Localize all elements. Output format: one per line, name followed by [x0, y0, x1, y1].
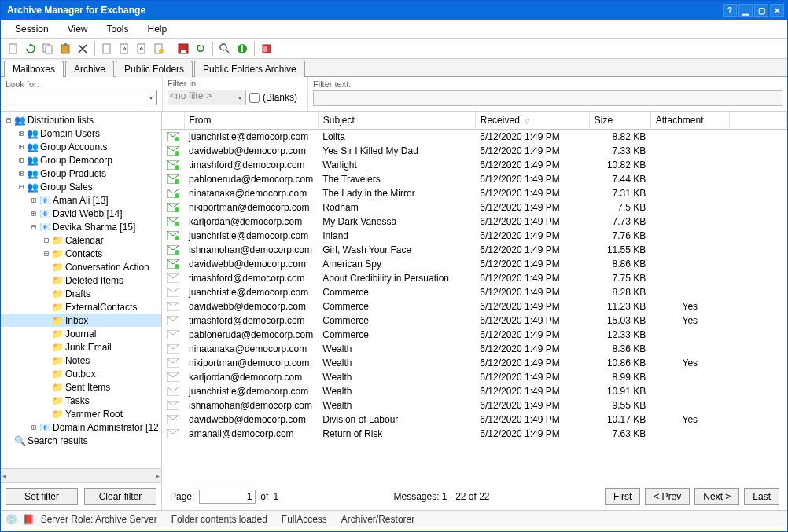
tree-toggle-icon[interactable]: [42, 303, 51, 311]
tree-item[interactable]: 📁Drafts: [1, 287, 161, 300]
tree-toggle-icon[interactable]: ⊞: [29, 209, 39, 218]
tree-item[interactable]: 📁Deleted Items: [1, 273, 161, 287]
tree-toggle-icon[interactable]: ⊟: [29, 222, 39, 231]
table-row[interactable]: timashford@democorp.comAbout Credibility…: [162, 271, 787, 285]
message-grid[interactable]: From Subject Received▽ Size Attachment j…: [162, 112, 787, 482]
col-subject[interactable]: Subject: [318, 112, 475, 130]
maximize-button[interactable]: ▢: [754, 4, 768, 17]
tree-toggle-icon[interactable]: [42, 356, 51, 365]
tree-toggle-icon[interactable]: ⊞: [17, 129, 26, 138]
toolbar-doc-star-icon[interactable]: [151, 41, 167, 57]
next-button[interactable]: Next >: [694, 488, 739, 505]
toolbar-refresh-icon[interactable]: [23, 41, 39, 57]
tree-item[interactable]: 📁Inbox: [1, 314, 161, 327]
close-button[interactable]: ✕: [770, 4, 784, 17]
tree-item[interactable]: ⊞👥Group Products: [1, 167, 161, 180]
tree-item[interactable]: ⊞📧Domain Administrator [12: [1, 420, 161, 434]
table-row[interactable]: nikiportman@democorp.comWealth6/12/2020 …: [162, 356, 787, 370]
tree-toggle-icon[interactable]: ⊞: [17, 169, 26, 178]
set-filter-button[interactable]: Set filter: [6, 488, 78, 505]
col-received[interactable]: Received▽: [475, 112, 589, 130]
table-row[interactable]: davidwebb@democorp.comYes Sir I Killed M…: [162, 144, 787, 158]
tree-toggle-icon[interactable]: ⊞: [17, 156, 26, 164]
table-row[interactable]: amanali@democorp.comReturn of Risk6/12/2…: [162, 427, 787, 441]
tree-toggle-icon[interactable]: [4, 436, 13, 445]
blanks-checkbox[interactable]: [249, 93, 260, 103]
col-from[interactable]: From: [184, 112, 318, 130]
tree-item[interactable]: 📁Junk Email: [1, 340, 161, 354]
help-button[interactable]: ?: [723, 4, 737, 17]
toolbar-copy-icon[interactable]: [40, 41, 56, 57]
tree-item[interactable]: 📁Sent Items: [1, 380, 161, 394]
tree-toggle-icon[interactable]: [42, 262, 51, 271]
toolbar-search-icon[interactable]: [217, 41, 233, 57]
tree-scrollbar[interactable]: ◂▸: [1, 468, 161, 482]
tree-item[interactable]: ⊟👥Distribution lists: [1, 113, 161, 127]
tree-item[interactable]: ⊞📧Aman Ali [13]: [1, 193, 161, 207]
tree-toggle-icon[interactable]: [42, 343, 51, 351]
tree-item[interactable]: 📁Journal: [1, 327, 161, 340]
toolbar-doc-right-icon[interactable]: [116, 41, 132, 57]
tab-public-folders[interactable]: Public Folders: [116, 61, 193, 77]
table-row[interactable]: juanchristie@democorp.comWealth6/12/2020…: [162, 384, 787, 398]
tree-item[interactable]: 📁Notes: [1, 354, 161, 367]
tree-toggle-icon[interactable]: ⊞: [17, 142, 26, 151]
tree-toggle-icon[interactable]: ⊟: [4, 116, 13, 124]
menu-session[interactable]: Session: [7, 22, 57, 36]
table-row[interactable]: ishnamohan@democorp.comGirl, Wash Your F…: [162, 243, 787, 257]
clear-filter-button[interactable]: Clear filter: [84, 488, 156, 505]
table-row[interactable]: juanchristie@democorp.comInland6/12/2020…: [162, 229, 787, 243]
tree-toggle-icon[interactable]: ⊞: [42, 249, 51, 258]
table-row[interactable]: davidwebb@democorp.comDivision of Labour…: [162, 413, 787, 427]
toolbar-doc-left-icon[interactable]: [134, 41, 149, 57]
menu-view[interactable]: View: [60, 22, 96, 36]
mailbox-tree[interactable]: ⊟👥Distribution lists⊞👥Domain Users⊞👥Grou…: [1, 112, 161, 468]
tree-item[interactable]: ⊞👥Group Accounts: [1, 140, 161, 153]
table-row[interactable]: timashford@democorp.comWarlight6/12/2020…: [162, 158, 787, 172]
lookfor-dropdown-icon[interactable]: ▾: [145, 91, 156, 104]
table-row[interactable]: ishnamohan@democorp.comWealth6/12/2020 1…: [162, 398, 787, 413]
table-row[interactable]: nikiportman@democorp.comRodham6/12/2020 …: [162, 200, 787, 215]
toolbar-delete-icon[interactable]: [75, 41, 90, 57]
toolbar-new-icon[interactable]: [6, 41, 21, 57]
tab-mailboxes[interactable]: Mailboxes: [4, 61, 64, 77]
filtertext-input[interactable]: [313, 90, 782, 106]
tree-item[interactable]: 📁Tasks: [1, 394, 161, 407]
tree-item[interactable]: ⊞👥Domain Users: [1, 127, 161, 140]
tab-public-folders-archive[interactable]: Public Folders Archive: [194, 61, 305, 77]
col-size[interactable]: Size: [589, 112, 650, 130]
tree-item[interactable]: 📁Yammer Root: [1, 407, 161, 420]
toolbar-doc-icon[interactable]: [99, 41, 115, 57]
table-row[interactable]: timashford@democorp.comCommerce6/12/2020…: [162, 314, 787, 328]
tree-item[interactable]: 📁ExternalContacts: [1, 300, 161, 314]
table-row[interactable]: juanchristie@democorp.comCommerce6/12/20…: [162, 285, 787, 299]
tree-item[interactable]: ⊟👥Group Sales: [1, 180, 161, 193]
tree-toggle-icon[interactable]: [42, 369, 51, 378]
tree-item[interactable]: 🔍Search results: [1, 434, 161, 447]
toolbar-info-icon[interactable]: i: [234, 41, 250, 57]
filterin-dropdown-icon[interactable]: ▾: [234, 91, 245, 104]
tree-toggle-icon[interactable]: [42, 329, 51, 338]
tree-item[interactable]: 📁Outbox: [1, 367, 161, 380]
table-row[interactable]: karljordan@democorp.comWealth6/12/2020 1…: [162, 370, 787, 384]
tree-item[interactable]: ⊞📧David Webb [14]: [1, 207, 161, 220]
toolbar-sync-icon[interactable]: [193, 41, 208, 57]
tree-toggle-icon[interactable]: [42, 316, 51, 325]
prev-button[interactable]: < Prev: [645, 488, 690, 505]
tree-toggle-icon[interactable]: [42, 289, 51, 298]
tree-toggle-icon[interactable]: [42, 396, 51, 405]
tree-item[interactable]: 📁Conversation Action: [1, 260, 161, 273]
table-row[interactable]: karljordan@democorp.comMy Dark Vanessa6/…: [162, 215, 787, 229]
table-row[interactable]: ninatanaka@democorp.comThe Lady in the M…: [162, 186, 787, 200]
toolbar-paste-icon[interactable]: [57, 41, 73, 57]
table-row[interactable]: davidwebb@democorp.comCommerce6/12/2020 …: [162, 299, 787, 314]
tree-item[interactable]: ⊞👥Group Democorp: [1, 153, 161, 167]
tree-toggle-icon[interactable]: ⊞: [29, 196, 39, 204]
table-row[interactable]: pabloneruda@democorp.comCommerce6/12/202…: [162, 328, 787, 342]
col-attachment[interactable]: Attachment: [650, 112, 729, 130]
page-input[interactable]: [199, 490, 256, 504]
col-icon[interactable]: [162, 112, 184, 130]
tree-toggle-icon[interactable]: [42, 409, 51, 418]
tree-toggle-icon[interactable]: ⊞: [29, 423, 39, 431]
tab-archive[interactable]: Archive: [65, 61, 114, 77]
